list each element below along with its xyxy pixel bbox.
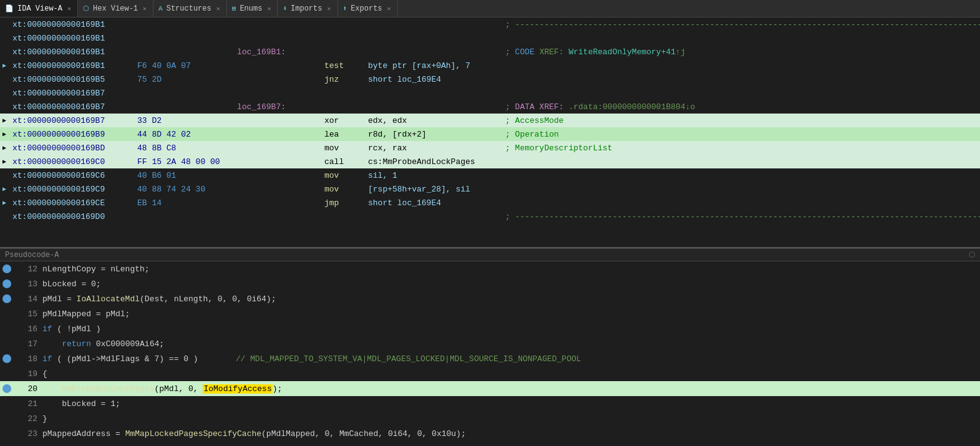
pseudo-linenum: 22 <box>15 414 37 424</box>
pseudo-dot-empty <box>2 324 11 333</box>
asm-comment: ; MemoryDescriptorList <box>505 143 613 153</box>
tab-enums[interactable]: ⊞ Enums ✕ <box>227 0 278 17</box>
pseudo-line-12: 12 nLengthCopy = nLength; <box>0 261 980 276</box>
pseudo-code: pMdlMapped = pMdl; <box>42 309 130 319</box>
pseudo-view: 12 nLengthCopy = nLength; 13 bLocked = 0… <box>0 261 980 446</box>
pseudo-line-20-highlighted: 20 MmProbeAndLockPages(pMdl, 0, IoModify… <box>0 381 980 396</box>
pseudo-breakpoint-dot[interactable] <box>2 294 11 303</box>
pseudo-dot-empty <box>2 369 11 378</box>
pseudo-line-21: 21 bLocked = 1; <box>0 396 980 411</box>
asm-label: loc_169B1: <box>237 47 324 57</box>
asm-marker: ▶ <box>2 185 12 193</box>
pseudo-code: { <box>42 369 47 379</box>
tab-ida-view-a[interactable]: 📄 IDA View-A ✕ <box>0 0 78 17</box>
asm-bytes: 75 2D <box>137 75 237 84</box>
pseudo-line-13: 13 bLocked = 0; <box>0 276 980 291</box>
tab-icon-hex: ⬡ <box>83 4 89 12</box>
tab-exports[interactable]: ⬆ Exports ✕ <box>338 0 398 17</box>
asm-line: xt:00000000000169B1 ; ------------------… <box>0 17 980 31</box>
asm-line: xt:00000000000169B5 75 2D jnz short loc_… <box>0 72 980 86</box>
asm-marker: ▶ <box>2 158 12 165</box>
asm-operands: r8d, [rdx+2] <box>368 130 505 139</box>
asm-line: ▶ xt:00000000000169CE EB 14 jmp short lo… <box>0 196 980 210</box>
pseudo-line-18: 18 if ( (pMdl->MdlFlags & 7) == 0 ) // M… <box>0 351 980 366</box>
pseudo-code: return 0xC000009Ai64; <box>42 339 164 349</box>
tab-icon-enums: ⊞ <box>232 4 236 12</box>
asm-operands: short loc_169E4 <box>368 75 505 84</box>
asm-addr: xt:00000000000169B7 <box>12 102 137 112</box>
asm-line: ▶ xt:00000000000169C9 40 88 74 24 30 mov… <box>0 182 980 196</box>
pseudocode-title: Pseudocode-A <box>5 251 59 259</box>
tab-close-structures[interactable]: ✕ <box>215 4 221 13</box>
section-resize-handle[interactable]: ⬡ <box>969 250 975 259</box>
pseudo-line-15: 15 pMdlMapped = pMdl; <box>0 306 980 321</box>
pseudo-dot-empty <box>2 429 11 438</box>
pseudo-linenum: 20 <box>15 384 37 394</box>
pseudo-linenum: 18 <box>15 354 37 364</box>
asm-bytes: FF 15 2A 48 00 00 <box>137 157 237 167</box>
pseudo-breakpoint-dot[interactable] <box>2 264 11 273</box>
tab-bar: 📄 IDA View-A ✕ ⬡ Hex View-1 ✕ A Structur… <box>0 0 980 17</box>
asm-bytes: 33 D2 <box>137 116 237 125</box>
pseudo-line-23: 23 pMappedAddress = MmMapLockedPagesSpec… <box>0 426 980 441</box>
asm-bytes: EB 14 <box>137 198 237 208</box>
asm-comment: ; --------------------------------------… <box>505 212 980 221</box>
tab-close-enums[interactable]: ✕ <box>266 4 272 13</box>
asm-bytes: F6 40 0A 07 <box>137 61 237 70</box>
tab-hex-view[interactable]: ⬡ Hex View-1 ✕ <box>78 0 153 17</box>
tab-icon-imports: ⬇ <box>283 4 287 12</box>
asm-mnemonic: jmp <box>324 198 368 208</box>
asm-line: xt:00000000000169B7 loc_169B7: ; DATA XR… <box>0 100 980 114</box>
asm-marker: ▶ <box>2 62 12 69</box>
asm-addr: xt:00000000000169C0 <box>12 157 137 167</box>
asm-bytes: 40 B6 01 <box>137 171 237 180</box>
pseudo-code: bLocked = 1; <box>42 399 120 409</box>
asm-marker: ▶ <box>2 199 12 206</box>
asm-marker: ▶ <box>2 130 12 138</box>
asm-line: xt:00000000000169B1 loc_169B1: ; CODE XR… <box>0 45 980 59</box>
asm-line-call: ▶ xt:00000000000169C0 FF 15 2A 48 00 00 … <box>0 155 980 168</box>
pseudo-code: nLengthCopy = nLength; <box>42 264 150 274</box>
tab-icon-ida: 📄 <box>5 4 14 12</box>
asm-addr: xt:00000000000169B1 <box>12 34 137 43</box>
pseudo-breakpoint-dot[interactable] <box>2 384 11 393</box>
asm-comment: ; CODE XREF: WriteReadOnlyMemory+41↑j <box>505 47 686 57</box>
asm-operands: [rsp+58h+var_28], sil <box>368 185 505 194</box>
pseudo-code: if ( (pMdl->MdlFlags & 7) == 0 ) <box>42 354 198 364</box>
asm-line-lea: ▶ xt:00000000000169B9 44 8D 42 02 lea r8… <box>0 127 980 141</box>
pseudo-breakpoint-dot[interactable] <box>2 354 11 363</box>
pseudo-highlight-word: IoModifyAccess <box>203 384 272 394</box>
asm-operands: byte ptr [rax+0Ah], 7 <box>368 61 505 70</box>
tab-icon-structures: A <box>158 5 163 12</box>
tab-close-exports[interactable]: ✕ <box>386 4 392 13</box>
pseudo-dot-empty <box>2 414 11 423</box>
asm-comment: ; Operation <box>505 130 559 139</box>
pseudo-dot-empty <box>2 399 11 408</box>
asm-addr: xt:00000000000169C6 <box>12 171 137 180</box>
pseudo-line-14: 14 pMdl = IoAllocateMdl(Dest, nLength, 0… <box>0 291 980 306</box>
asm-bytes: 48 8B C8 <box>137 143 237 153</box>
asm-addr: xt:00000000000169B7 <box>12 116 137 125</box>
asm-addr: xt:00000000000169B9 <box>12 130 137 139</box>
tab-label-hex: Hex View-1 <box>93 4 138 13</box>
tab-label-imports: Imports <box>291 4 322 13</box>
asm-addr: xt:00000000000169CE <box>12 198 137 208</box>
asm-operands: short loc_169E4 <box>368 198 505 208</box>
asm-addr: xt:00000000000169B7 <box>12 89 137 98</box>
asm-mnemonic: lea <box>324 130 368 139</box>
pseudocode-section-label: Pseudocode-A ⬡ <box>0 248 980 261</box>
pseudo-code: MmProbeAndLockPages(pMdl, 0, IoModifyAcc… <box>42 384 282 394</box>
asm-line: xt:00000000000169D0 ; ------------------… <box>0 210 980 223</box>
tab-structures[interactable]: A Structures ✕ <box>153 0 227 17</box>
pseudo-breakpoint-dot[interactable] <box>2 279 11 288</box>
tab-close-ida[interactable]: ✕ <box>66 4 72 13</box>
asm-addr: xt:00000000000169B1 <box>12 47 137 57</box>
pseudo-code: if ( !pMdl ) <box>42 324 101 334</box>
asm-addr: xt:00000000000169BD <box>12 143 137 153</box>
pseudo-line-19: 19 { <box>0 366 980 381</box>
tab-close-hex[interactable]: ✕ <box>142 4 148 13</box>
tab-imports[interactable]: ⬇ Imports ✕ <box>278 0 337 17</box>
tab-close-imports[interactable]: ✕ <box>326 4 332 13</box>
asm-mnemonic: mov <box>324 185 368 194</box>
asm-comment: ; --------------------------------------… <box>505 20 980 29</box>
